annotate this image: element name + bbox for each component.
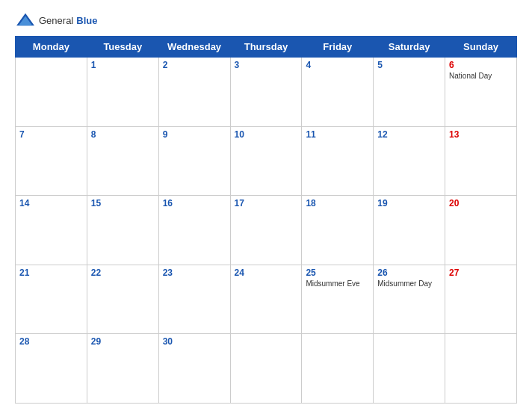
calendar-cell: 24 — [230, 265, 302, 334]
week-row-4: 2122232425Midsummer Eve26Midsummer Day27 — [16, 265, 517, 334]
calendar-cell: 22 — [87, 265, 158, 334]
calendar-cell: 28 — [16, 334, 87, 404]
day-number: 30 — [163, 336, 226, 347]
calendar-table: MondayTuesdayWednesdayThursdayFridaySatu… — [15, 36, 517, 404]
day-number: 15 — [91, 198, 155, 208]
calendar-cell: 3 — [230, 58, 302, 127]
day-number: 25 — [306, 268, 369, 278]
calendar-cell: 1 — [87, 58, 158, 127]
day-number: 7 — [19, 129, 83, 140]
day-number: 9 — [163, 129, 226, 140]
calendar-cell — [230, 334, 302, 404]
day-number: 21 — [19, 268, 83, 278]
calendar-cell: 11 — [302, 126, 374, 196]
calendar-header: GeneralBlue — [15, 7, 517, 31]
calendar-cell: 7 — [16, 126, 87, 196]
calendar-cell: 27 — [445, 265, 517, 334]
weekday-header-thursday: Thursday — [230, 37, 302, 58]
day-number: 5 — [377, 60, 441, 70]
calendar-cell: 19 — [374, 196, 445, 265]
calendar-cell: 9 — [158, 126, 230, 196]
weekday-header-row: MondayTuesdayWednesdayThursdayFridaySatu… — [16, 37, 517, 58]
calendar-cell: 8 — [87, 126, 158, 196]
calendar-cell: 6National Day — [445, 58, 517, 127]
holiday-name: National Day — [449, 72, 513, 80]
weekday-header-friday: Friday — [302, 37, 374, 58]
day-number: 24 — [235, 268, 298, 278]
holiday-name: Midsummer Day — [377, 279, 441, 288]
day-number: 19 — [377, 198, 441, 208]
day-number: 29 — [91, 336, 155, 347]
weekday-header-monday: Monday — [16, 37, 87, 58]
day-number: 13 — [449, 129, 513, 140]
calendar-cell: 21 — [16, 265, 87, 334]
weekday-header-saturday: Saturday — [374, 37, 445, 58]
day-number: 17 — [235, 198, 298, 208]
logo-icon — [15, 12, 36, 28]
calendar-cell: 18 — [302, 196, 374, 265]
week-row-2: 78910111213 — [16, 126, 517, 196]
logo-blue: Blue — [76, 15, 97, 26]
calendar-cell: 10 — [230, 126, 302, 196]
day-number: 4 — [306, 60, 369, 70]
day-number: 10 — [235, 129, 298, 140]
week-row-5: 282930 — [16, 334, 517, 404]
calendar-cell: 16 — [158, 196, 230, 265]
day-number: 1 — [91, 60, 155, 70]
day-number: 12 — [377, 129, 441, 140]
weekday-header-tuesday: Tuesday — [87, 37, 158, 58]
day-number: 27 — [449, 268, 513, 278]
calendar-cell: 23 — [158, 265, 230, 334]
day-number: 20 — [449, 198, 513, 208]
day-number: 28 — [19, 336, 83, 347]
logo-general: General — [39, 15, 73, 26]
day-number: 18 — [306, 198, 369, 208]
day-number: 11 — [306, 129, 369, 140]
calendar-cell: 14 — [16, 196, 87, 265]
calendar-cell — [16, 58, 87, 127]
day-number: 22 — [91, 268, 155, 278]
day-number: 26 — [377, 268, 441, 278]
calendar-cell: 12 — [374, 126, 445, 196]
calendar-cell: 2 — [158, 58, 230, 127]
logo: GeneralBlue — [15, 12, 97, 28]
day-number: 2 — [163, 60, 226, 70]
calendar-cell: 30 — [158, 334, 230, 404]
day-number: 8 — [91, 129, 155, 140]
calendar-cell: 17 — [230, 196, 302, 265]
day-number: 16 — [163, 198, 226, 208]
calendar-cell — [445, 334, 517, 404]
weekday-header-sunday: Sunday — [445, 37, 517, 58]
calendar-cell: 29 — [87, 334, 158, 404]
day-number: 14 — [19, 198, 83, 208]
calendar-cell: 20 — [445, 196, 517, 265]
calendar-cell: 26Midsummer Day — [374, 265, 445, 334]
calendar-cell: 15 — [87, 196, 158, 265]
holiday-name: Midsummer Eve — [306, 279, 369, 288]
calendar-cell — [302, 334, 374, 404]
day-number: 23 — [163, 268, 226, 278]
calendar-cell: 5 — [374, 58, 445, 127]
calendar-cell: 13 — [445, 126, 517, 196]
week-row-3: 14151617181920 — [16, 196, 517, 265]
calendar-cell: 25Midsummer Eve — [302, 265, 374, 334]
day-number: 6 — [449, 60, 513, 70]
week-row-1: 123456National Day — [16, 58, 517, 127]
day-number: 3 — [235, 60, 298, 70]
calendar-cell: 4 — [302, 58, 374, 127]
calendar-cell — [374, 334, 445, 404]
weekday-header-wednesday: Wednesday — [158, 37, 230, 58]
